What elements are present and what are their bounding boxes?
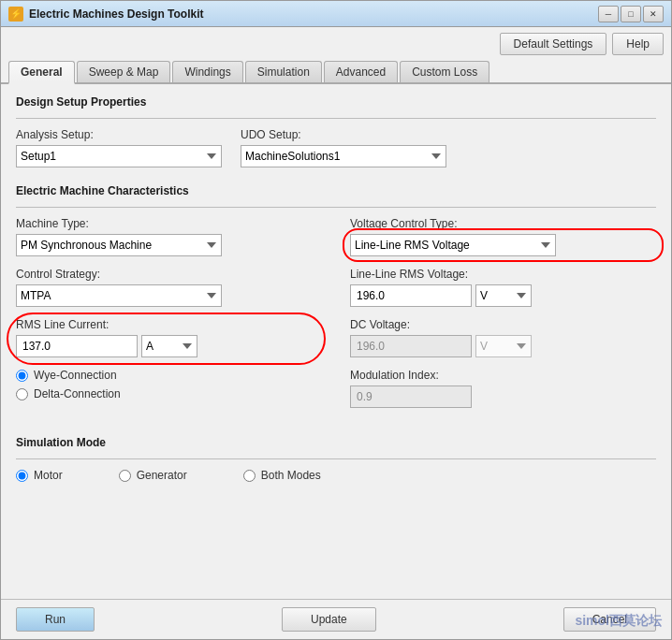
dc-voltage-label: DC Voltage:	[350, 318, 656, 331]
design-setup-row: Analysis Setup: Setup1 UDO Setup: Machin…	[16, 128, 656, 167]
motor-mode-item[interactable]: Motor	[16, 469, 63, 482]
modulation-index-label: Modulation Index:	[350, 369, 656, 382]
delta-connection-item[interactable]: Delta-Connection	[16, 387, 322, 400]
update-button[interactable]: Update	[282, 607, 376, 632]
control-strategy-label: Control Strategy:	[16, 268, 322, 281]
characteristics-layout: Machine Type: PM Synchronous Machine Syn…	[16, 217, 656, 419]
minimize-button[interactable]: ─	[598, 6, 619, 22]
analysis-setup-select[interactable]: Setup1	[16, 145, 222, 167]
rms-current-input[interactable]	[16, 335, 138, 357]
app-icon: ⚡	[8, 7, 23, 22]
generator-mode-item[interactable]: Generator	[119, 469, 187, 482]
tab-simulation[interactable]: Simulation	[245, 61, 322, 82]
dc-voltage-input	[350, 335, 472, 357]
udo-setup-group: UDO Setup: MachineSolutions1	[241, 128, 446, 167]
right-column: Voltage Control Type: Line-Line RMS Volt…	[350, 217, 656, 419]
wye-connection-label: Wye-Connection	[34, 369, 117, 382]
generator-mode-label: Generator	[137, 469, 187, 482]
rms-current-label: RMS Line Current:	[16, 318, 322, 331]
left-column: Machine Type: PM Synchronous Machine Syn…	[16, 217, 322, 419]
design-setup-title: Design Setup Properties	[16, 95, 656, 109]
machine-type-label: Machine Type:	[16, 217, 322, 230]
voltage-control-label: Voltage Control Type:	[350, 217, 656, 230]
help-button[interactable]: Help	[612, 33, 664, 55]
default-settings-button[interactable]: Default Settings	[500, 33, 607, 55]
dc-voltage-unit-select: V kV	[475, 335, 532, 357]
main-window: ⚡ Electric Machines Design Toolkit ─ □ ✕…	[0, 0, 672, 640]
machine-type-group: Machine Type: PM Synchronous Machine Syn…	[16, 217, 322, 256]
line-rms-voltage-unit-select[interactable]: V kV	[475, 284, 532, 307]
tab-windings[interactable]: Windings	[172, 61, 242, 82]
machine-characteristics-title: Electric Machine Characteristics	[16, 184, 656, 197]
wye-connection-radio[interactable]	[16, 370, 28, 382]
voltage-control-group: Voltage Control Type: Line-Line RMS Volt…	[350, 217, 656, 256]
wye-connection-item[interactable]: Wye-Connection	[16, 369, 322, 382]
control-strategy-group: Control Strategy: MTPA Id=0 Unity PF	[16, 268, 322, 307]
udo-setup-select[interactable]: MachineSolutions1	[241, 145, 446, 167]
dc-voltage-group: DC Voltage: V kV	[350, 318, 656, 357]
both-modes-item[interactable]: Both Modes	[243, 469, 321, 482]
voltage-control-select[interactable]: Line-Line RMS Voltage Phase RMS Voltage …	[350, 234, 556, 256]
tab-general[interactable]: General	[8, 61, 75, 84]
title-bar-controls: ─ □ ✕	[598, 6, 664, 22]
generator-mode-radio[interactable]	[119, 470, 131, 482]
run-button[interactable]: Run	[16, 607, 95, 632]
tabs-container: General Sweep & Map Windings Simulation …	[1, 61, 671, 84]
line-rms-voltage-input[interactable]	[350, 284, 472, 307]
design-setup-section: Design Setup Properties Analysis Setup: …	[16, 95, 656, 167]
window-title: Electric Machines Design Toolkit	[29, 7, 598, 21]
rms-current-inline: A kA	[16, 335, 322, 357]
line-rms-voltage-inline: V kV	[350, 284, 656, 307]
modulation-index-input	[350, 385, 472, 408]
maximize-button[interactable]: □	[621, 6, 641, 22]
main-content: Design Setup Properties Analysis Setup: …	[1, 84, 671, 599]
analysis-setup-group: Analysis Setup: Setup1	[16, 128, 222, 167]
tab-custom-loss[interactable]: Custom Loss	[400, 61, 489, 82]
tab-sweep-map[interactable]: Sweep & Map	[77, 61, 171, 82]
rms-current-unit-select[interactable]: A kA	[141, 335, 197, 357]
delta-connection-radio[interactable]	[16, 388, 28, 400]
simulation-mode-row: Motor Generator Both Modes	[16, 469, 656, 482]
modulation-index-group: Modulation Index:	[350, 369, 656, 408]
machine-characteristics-section: Electric Machine Characteristics Machine…	[16, 184, 656, 419]
rms-current-group: RMS Line Current: A kA	[16, 318, 322, 357]
both-modes-label: Both Modes	[261, 469, 321, 482]
machine-type-select[interactable]: PM Synchronous Machine Synchronous Machi…	[16, 234, 222, 256]
both-modes-radio[interactable]	[243, 470, 256, 482]
analysis-setup-label: Analysis Setup:	[16, 128, 222, 141]
simulation-mode-title: Simulation Mode	[16, 436, 656, 449]
tab-advanced[interactable]: Advanced	[324, 61, 398, 82]
title-bar: ⚡ Electric Machines Design Toolkit ─ □ ✕	[1, 1, 671, 27]
control-strategy-select[interactable]: MTPA Id=0 Unity PF	[16, 284, 222, 307]
line-rms-voltage-label: Line-Line RMS Voltage:	[350, 268, 656, 281]
close-button[interactable]: ✕	[643, 6, 664, 22]
line-rms-voltage-group: Line-Line RMS Voltage: V kV	[350, 268, 656, 307]
dc-voltage-inline: V kV	[350, 335, 656, 357]
udo-setup-label: UDO Setup:	[241, 128, 446, 141]
connection-radio-group: Wye-Connection Delta-Connection	[16, 369, 322, 400]
voltage-control-wrapper: Line-Line RMS Voltage Phase RMS Voltage …	[350, 234, 656, 256]
motor-mode-radio[interactable]	[16, 470, 28, 482]
simulation-mode-section: Simulation Mode Motor Generator Both Mod…	[16, 436, 656, 482]
motor-mode-label: Motor	[34, 469, 63, 482]
cancel-button[interactable]: Cancel	[563, 607, 656, 632]
toolbar: Default Settings Help	[1, 27, 671, 61]
footer: Run Update Cancel	[1, 599, 671, 639]
delta-connection-label: Delta-Connection	[34, 387, 121, 400]
